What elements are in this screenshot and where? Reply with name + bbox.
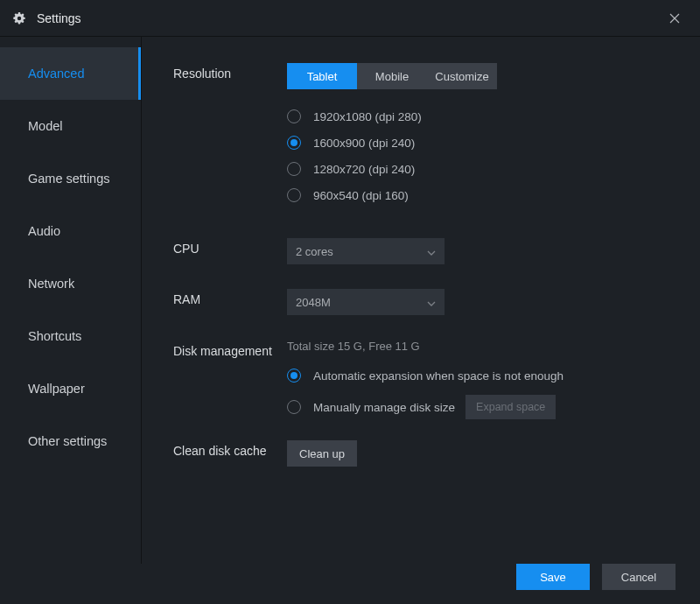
main: Advanced Model Game settings Audio Netwo… [0,37,700,564]
sidebar-item-label: Model [28,119,63,133]
sidebar-item-advanced[interactable]: Advanced [0,47,141,100]
radio-icon [287,369,301,383]
resolution-label: Resolution [173,63,287,208]
footer: Save Cancel [0,564,700,604]
close-icon [669,13,680,24]
resolution-option-label: 1280x720 (dpi 240) [313,163,415,176]
sidebar-item-network[interactable]: Network [0,257,141,310]
radio-icon [287,400,301,414]
sidebar-item-game-settings[interactable]: Game settings [0,152,141,205]
cpu-select-value: 2 cores [296,245,333,258]
sidebar-item-label: Game settings [28,172,110,186]
resolution-option[interactable]: 1600x900 (dpi 240) [287,130,700,156]
radio-icon [287,136,301,150]
chevron-down-icon [427,296,436,309]
sidebar-item-model[interactable]: Model [0,100,141,152]
disk-option[interactable]: Automatic expansion when space is not en… [287,369,700,383]
sidebar-item-label: Advanced [28,67,85,81]
sidebar-item-audio[interactable]: Audio [0,205,141,257]
sidebar-item-label: Audio [28,224,60,238]
gear-icon [12,11,26,25]
cpu-select[interactable]: 2 cores [287,238,444,264]
sidebar-item-label: Other settings [28,434,107,448]
resolution-option[interactable]: 960x540 (dpi 160) [287,182,700,208]
save-button[interactable]: Save [516,564,590,590]
disk-option[interactable]: Manually manage disk size Expand space [287,395,700,419]
disk-option-label: Automatic expansion when space is not en… [313,369,564,383]
close-button[interactable] [660,4,690,33]
window-title: Settings [37,11,81,25]
row-resolution: Resolution Tablet Mobile Customize 1920x… [173,63,700,208]
cpu-label: CPU [173,238,287,264]
ram-select-value: 2048M [296,296,331,309]
disk-label: Disk management [173,340,287,419]
sidebar-item-label: Wallpaper [28,382,85,396]
ram-select[interactable]: 2048M [287,289,444,315]
resolution-option-list: 1920x1080 (dpi 280) 1600x900 (dpi 240) 1… [287,103,700,208]
tab-customize[interactable]: Customize [427,63,497,89]
sidebar-item-shortcuts[interactable]: Shortcuts [0,310,141,362]
resolution-tabs: Tablet Mobile Customize [287,63,497,89]
tab-tablet[interactable]: Tablet [287,63,357,89]
resolution-option-label: 960x540 (dpi 160) [313,189,409,202]
titlebar: Settings [0,0,700,37]
clean-up-button[interactable]: Clean up [287,440,357,467]
content-panel: Resolution Tablet Mobile Customize 1920x… [142,37,700,564]
radio-icon [287,109,301,123]
chevron-down-icon [427,245,436,258]
resolution-option[interactable]: 1920x1080 (dpi 280) [287,103,700,130]
resolution-option-label: 1600x900 (dpi 240) [313,137,415,150]
disk-option-label: Manually manage disk size [313,401,455,414]
resolution-option[interactable]: 1280x720 (dpi 240) [287,156,700,182]
resolution-option-label: 1920x1080 (dpi 280) [313,110,422,123]
cancel-button[interactable]: Cancel [602,564,676,590]
row-ram: RAM 2048M [173,289,700,315]
radio-icon [287,162,301,176]
expand-space-button[interactable]: Expand space [466,395,556,419]
clean-cache-label: Clean disk cache [173,440,287,467]
sidebar-item-other-settings[interactable]: Other settings [0,415,141,467]
sidebar-item-label: Shortcuts [28,329,81,343]
row-disk: Disk management Total size 15 G, Free 11… [173,340,700,419]
row-cpu: CPU 2 cores [173,238,700,264]
row-clean-cache: Clean disk cache Clean up [173,440,700,467]
ram-label: RAM [173,289,287,315]
tab-mobile[interactable]: Mobile [357,63,427,89]
disk-status: Total size 15 G, Free 11 G [287,340,700,353]
sidebar-item-label: Network [28,277,74,291]
sidebar: Advanced Model Game settings Audio Netwo… [0,37,142,564]
sidebar-item-wallpaper[interactable]: Wallpaper [0,362,141,415]
radio-icon [287,188,301,202]
